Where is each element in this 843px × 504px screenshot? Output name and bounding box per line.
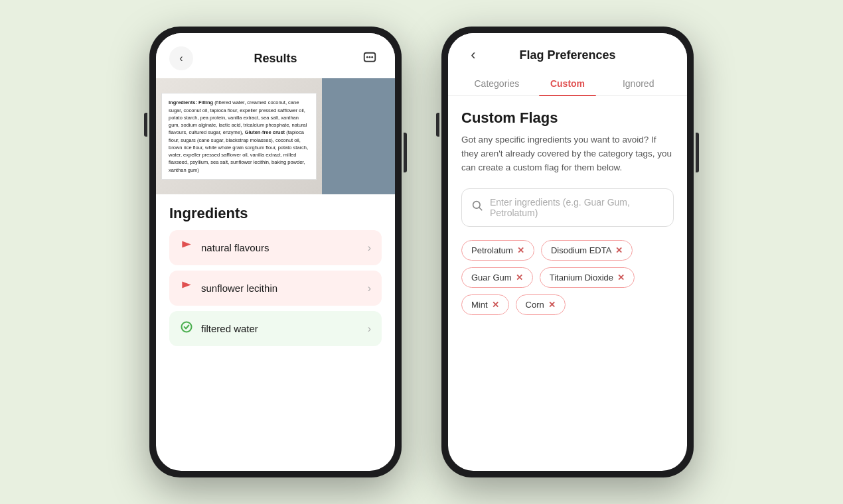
chevron-icon: › [368,323,371,335]
search-icon [471,200,483,215]
tag-corn: Corn ✕ [516,294,566,315]
tag-titanium-dioxide: Titanium Dioxide ✕ [540,267,635,288]
tag-corn-remove[interactable]: ✕ [548,300,556,310]
tabs-bar: Categories Custom Ignored [448,72,687,96]
ingredient-left: natural flavours [180,239,269,256]
tab-ignored-label: Ignored [623,78,654,89]
ingredient-item-natural-flavours[interactable]: natural flavours › [169,230,382,265]
product-photo-side [322,78,395,194]
tag-mint-label: Mint [471,300,488,310]
tag-mint: Mint ✕ [461,294,509,315]
back-icon: ‹ [179,52,183,64]
custom-flags-title: Custom Flags [461,109,674,127]
flag-icon [180,280,193,296]
search-input-placeholder[interactable]: Enter ingredients (e.g. Guar Gum, Petrol… [490,197,664,218]
tag-titanium-dioxide-remove[interactable]: ✕ [617,273,625,283]
flag-preferences-screen: ‹ Flag Preferences Categories Custom Ign… [448,33,687,471]
tag-disodium-edta-remove[interactable]: ✕ [615,245,623,255]
ingredients-text: Ingredients: Filling (filtered water, cr… [161,93,317,180]
feedback-icon [362,51,377,66]
ingredients-section-title: Ingredients [169,205,382,222]
tag-titanium-dioxide-label: Titanium Dioxide [550,273,613,283]
tags-area: Petrolatum ✕ Disodium EDTA ✕ Guar Gum ✕ … [461,240,674,315]
tag-corn-label: Corn [526,300,544,310]
tab-categories-label: Categories [474,78,519,89]
search-box[interactable]: Enter ingredients (e.g. Guar Gum, Petrol… [461,188,674,227]
ingredient-left: filtered water [180,320,258,337]
pref-header: ‹ Flag Preferences [448,33,687,72]
ingredients-section: Ingredients natural flavours › [156,194,395,351]
tab-custom-label: Custom [550,78,585,89]
tag-guar-gum-remove[interactable]: ✕ [516,273,523,283]
tag-disodium-edta-label: Disodium EDTA [551,245,612,255]
pref-body: Custom Flags Got any specific ingredient… [448,96,687,471]
tag-guar-gum-label: Guar Gum [471,273,512,283]
ingredient-name: sunflower lecithin [201,283,277,294]
pref-title: Flag Preferences [519,48,615,62]
phone-flag-preferences: ‹ Flag Preferences Categories Custom Ign… [441,27,694,477]
ingredient-name: filtered water [201,323,258,334]
tag-petrolatum: Petrolatum ✕ [461,240,534,261]
tag-guar-gum: Guar Gum ✕ [461,267,533,288]
ingredient-item-filtered-water[interactable]: filtered water › [169,311,382,346]
tag-disodium-edta: Disodium EDTA ✕ [541,240,633,261]
ingredient-name: natural flavours [201,242,269,253]
results-header: ‹ Results [156,33,395,78]
chevron-icon: › [368,283,371,294]
tag-petrolatum-remove[interactable]: ✕ [517,245,524,255]
tag-petrolatum-label: Petrolatum [471,245,513,255]
svg-line-6 [479,208,482,210]
custom-flags-desc: Got any specific ingredients you want to… [461,133,674,175]
tab-ignored[interactable]: Ignored [603,72,674,95]
tag-mint-remove[interactable]: ✕ [492,300,499,310]
ingredient-item-sunflower-lecithin[interactable]: sunflower lecithin › [169,271,382,306]
results-screen: ‹ Results Ingredients: Filling (filtered… [156,33,395,471]
tab-categories[interactable]: Categories [461,72,532,95]
results-title: Results [254,52,297,66]
flag-icon [180,239,193,256]
check-icon [180,320,193,337]
tab-custom[interactable]: Custom [532,72,603,95]
ingredient-left: sunflower lecithin [180,280,277,296]
product-image: Ingredients: Filling (filtered water, cr… [156,78,395,194]
feedback-button[interactable] [358,46,382,70]
phone-results: ‹ Results Ingredients: Filling (filtered… [149,27,402,477]
pref-back-button[interactable]: ‹ [461,46,485,64]
chevron-icon: › [368,242,371,254]
back-button[interactable]: ‹ [169,46,193,70]
